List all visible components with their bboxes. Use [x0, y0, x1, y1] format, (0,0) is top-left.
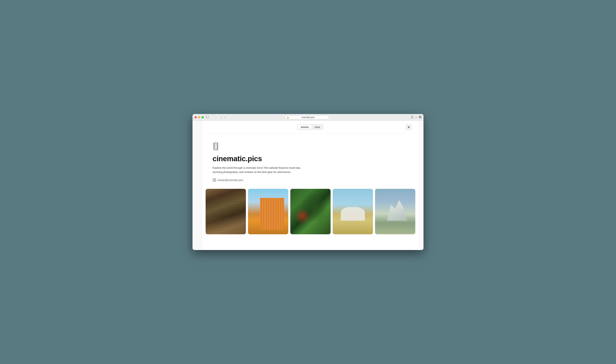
refresh-button[interactable]: ↺ — [328, 116, 329, 118]
right-spacer — [419, 121, 424, 250]
navigation-controls: ‹ › — [220, 115, 227, 119]
address-bar-container: 🔒 cinematic.pics ↺ — [285, 115, 331, 119]
svg-rect-16 — [218, 146, 218, 147]
photos-strip — [202, 187, 419, 238]
instagram-icon — [213, 178, 216, 182]
hero-section: cinematic.pics Explore the world through… — [202, 134, 419, 187]
nav-articles[interactable]: Articles — [298, 125, 312, 129]
browser-window: ‹ › 🔒 cinematic.pics ↺ + — [192, 114, 424, 250]
site-header: Articles Gear ☀ — [202, 121, 419, 134]
url-display: cinematic.pics — [301, 116, 315, 118]
svg-rect-12 — [213, 147, 214, 148]
svg-rect-19 — [213, 179, 216, 182]
toolbar-right: + — [411, 116, 421, 119]
title-bar: ‹ › 🔒 cinematic.pics ↺ + — [192, 114, 424, 121]
svg-rect-14 — [218, 143, 218, 144]
theme-toggle-button[interactable]: ☀ — [406, 124, 412, 130]
svg-rect-9 — [213, 143, 214, 144]
traffic-lights — [195, 116, 204, 118]
close-button[interactable] — [195, 116, 197, 118]
main-content: Articles Gear ☀ — [202, 121, 419, 250]
lock-icon: 🔒 — [287, 116, 289, 118]
svg-rect-18 — [218, 149, 218, 149]
svg-rect-11 — [213, 146, 214, 147]
svg-rect-6 — [214, 145, 218, 146]
contact-link[interactable]: contact@cinematic.pics — [213, 178, 408, 182]
address-bar[interactable]: 🔒 cinematic.pics ↺ — [285, 115, 331, 119]
photo-forest[interactable] — [206, 189, 246, 234]
svg-rect-17 — [218, 147, 218, 148]
photo-hotel[interactable] — [248, 189, 288, 234]
nav-gear[interactable]: Gear — [312, 125, 323, 129]
contact-email: contact@cinematic.pics — [218, 179, 243, 182]
back-button[interactable]: ‹ — [220, 115, 223, 119]
browser-content: Articles Gear ☀ — [192, 121, 424, 250]
forward-button[interactable]: › — [223, 115, 226, 119]
svg-rect-5 — [214, 144, 218, 144]
sidebar-spacer — [192, 121, 202, 250]
svg-rect-15 — [218, 144, 218, 145]
svg-rect-13 — [213, 149, 214, 149]
photo-beach[interactable] — [333, 189, 373, 234]
site-description: Explore the world through a cinematic le… — [213, 166, 304, 174]
svg-rect-10 — [213, 144, 214, 145]
minimize-button[interactable] — [198, 116, 200, 118]
maximize-button[interactable] — [202, 116, 204, 118]
photo-rooster[interactable] — [290, 189, 330, 234]
sidebar-toggle-button[interactable] — [205, 115, 209, 119]
photo-mountain[interactable] — [375, 189, 415, 234]
site-logo — [213, 143, 408, 152]
svg-point-20 — [214, 180, 215, 181]
nav-pills: Articles Gear — [297, 124, 324, 130]
svg-rect-8 — [214, 148, 218, 149]
svg-rect-0 — [206, 116, 208, 118]
share-button[interactable] — [411, 116, 413, 119]
tabs-overview-button[interactable] — [419, 116, 421, 119]
site-title: cinematic.pics — [213, 155, 408, 163]
svg-rect-7 — [214, 147, 218, 147]
new-tab-button[interactable]: + — [415, 116, 417, 119]
